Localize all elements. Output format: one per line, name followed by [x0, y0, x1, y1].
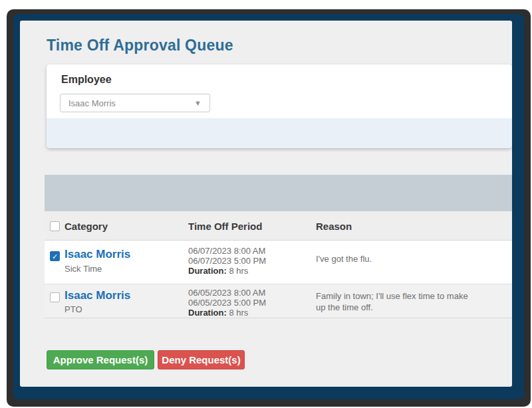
page-title: Time Off Approval Queue	[47, 37, 233, 54]
period-cell: 06/07/2023 8:00 AM 06/07/2023 5:00 PM Du…	[188, 246, 311, 276]
column-header-reason: Reason	[316, 221, 352, 232]
reason-cell: I've got the flu.	[316, 253, 469, 264]
table-row: ✓ Isaac Morris PTO 06/05/2023 8:00 AM 06…	[45, 284, 512, 318]
table-toolbar-band	[45, 175, 512, 211]
row-checkbox[interactable]: ✓	[50, 251, 60, 261]
approve-requests-button[interactable]: Approve Request(s)	[47, 350, 154, 369]
period-end: 06/05/2023 5:00 PM	[188, 298, 311, 308]
period-start: 06/07/2023 8:00 AM	[188, 246, 311, 256]
period-start: 06/05/2023 8:00 AM	[188, 288, 311, 298]
employee-select[interactable]: Isaac Morris ▼	[60, 94, 210, 112]
filter-footer-strip	[47, 118, 512, 148]
row-checkbox[interactable]: ✓	[50, 292, 60, 302]
period-duration: Duration: 8 hrs	[188, 266, 311, 276]
employee-label: Employee	[61, 74, 112, 86]
table-header-row: ✓ Category Time Off Period Reason	[45, 213, 512, 241]
period-duration: Duration: 8 hrs	[188, 308, 311, 318]
category-label: Sick Time	[65, 264, 102, 274]
employee-select-value: Isaac Morris	[68, 98, 116, 108]
employee-name-link[interactable]: Isaac Morris	[65, 289, 130, 302]
column-header-category: Category	[65, 221, 108, 232]
category-label: PTO	[65, 304, 82, 314]
column-header-period: Time Off Period	[188, 221, 262, 232]
select-all-checkbox[interactable]: ✓	[50, 221, 60, 231]
checkmark-icon: ✓	[51, 252, 59, 261]
table-row: ✓ Isaac Morris Sick Time 06/07/2023 8:00…	[45, 241, 512, 284]
duration-value: 8 hrs	[227, 266, 249, 276]
period-cell: 06/05/2023 8:00 AM 06/05/2023 5:00 PM Du…	[188, 288, 311, 318]
reason-cell: Family in town; I'll use flex time to ma…	[316, 290, 469, 313]
deny-requests-button[interactable]: Deny Request(s)	[158, 350, 245, 369]
screenshot-canvas: Time Off Approval Queue Employee Isaac M…	[0, 0, 532, 408]
caret-down-icon: ▼	[194, 99, 201, 107]
duration-value: 8 hrs	[227, 308, 249, 318]
app-content: Time Off Approval Queue Employee Isaac M…	[20, 21, 512, 387]
duration-label: Duration:	[188, 266, 227, 276]
filter-card: Employee Isaac Morris ▼	[47, 64, 512, 148]
employee-name-link[interactable]: Isaac Morris	[65, 248, 130, 261]
period-end: 06/07/2023 5:00 PM	[188, 256, 311, 266]
duration-label: Duration:	[188, 308, 227, 318]
